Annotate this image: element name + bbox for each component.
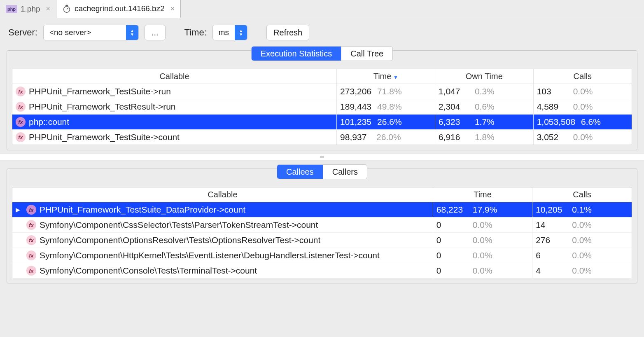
callable-name: PHPUnit_Framework_TestSuite->count: [29, 132, 180, 142]
own-time-value: 6,916: [439, 132, 469, 142]
file-tab-label: cachegrind.out.14166.bz2: [75, 4, 165, 13]
time-pct: 0.0%: [473, 220, 492, 230]
time-value: 0: [436, 250, 467, 260]
editor-tabs: php 1.php × cachegrind.out.14166.bz2 ×: [0, 0, 644, 18]
table-row[interactable]: fxSymfony\Component\OptionsResolver\Test…: [12, 233, 632, 248]
time-pct: 0.0%: [473, 235, 492, 245]
profiler-toolbar: Server: <no server> ▲▼ ... Time: ms ▲▼ R…: [0, 18, 644, 44]
callable-name: Symfony\Component\CssSelector\Tests\Pars…: [40, 220, 318, 230]
server-label: Server:: [8, 27, 37, 38]
close-icon[interactable]: ×: [46, 5, 51, 13]
col-time[interactable]: Time▼: [337, 69, 435, 84]
table-row[interactable]: ▶fxPHPUnit_Framework_TestSuite_DataProvi…: [12, 202, 632, 218]
calls-pct: 6.6%: [581, 117, 601, 127]
file-tab-cachegrind[interactable]: cachegrind.out.14166.bz2 ×: [56, 0, 181, 18]
refresh-button[interactable]: Refresh: [266, 25, 309, 40]
callable-name: PHPUnit_Framework_TestResult->run: [29, 102, 176, 112]
table-row[interactable]: fxSymfony\Component\CssSelector\Tests\Pa…: [12, 218, 632, 233]
calls-value: 4,589: [537, 102, 567, 112]
grip-icon: [320, 156, 324, 158]
php-file-icon: php: [6, 5, 17, 13]
own-time-pct: 1.7%: [475, 117, 495, 127]
table-row[interactable]: fxphp::count101,23526.6%6,3231.7%1,053,5…: [12, 115, 632, 130]
tab-call-tree[interactable]: Call Tree: [341, 47, 392, 61]
svg-rect-1: [65, 5, 68, 6]
calls-value: 10,205: [536, 205, 566, 215]
calls-pct: 0.1%: [572, 205, 592, 215]
col-calls[interactable]: Calls: [532, 187, 632, 202]
callable-name: PHPUnit_Framework_TestSuite_DataProvider…: [40, 205, 245, 215]
callable-name: PHPUnit_Framework_TestSuite->run: [29, 87, 171, 96]
file-tab-1php[interactable]: php 1.php ×: [0, 0, 56, 18]
time-pct: 49.8%: [377, 102, 402, 112]
calls-pct: 0.0%: [572, 250, 592, 260]
table-row[interactable]: fxPHPUnit_Framework_TestSuite->run273,20…: [12, 84, 632, 99]
expand-arrow-icon[interactable]: ▶: [16, 206, 23, 213]
own-time-pct: 0.3%: [475, 87, 495, 96]
callable-name: Symfony\Component\HttpKernel\Tests\Event…: [40, 250, 380, 260]
tab-execution-statistics[interactable]: Execution Statistics: [252, 47, 341, 61]
calls-value: 103: [537, 87, 567, 96]
tab-label: Callers: [332, 167, 358, 177]
time-value: 273,206: [340, 87, 371, 96]
table-row[interactable]: fxSymfony\Component\HttpKernel\Tests\Eve…: [12, 248, 632, 263]
time-pct: 0.0%: [473, 266, 492, 276]
function-icon: fx: [16, 117, 26, 127]
time-pct: 26.6%: [377, 117, 402, 127]
callable-name: php::count: [29, 117, 69, 127]
col-calls[interactable]: Calls: [533, 69, 632, 84]
calls-pct: 0.0%: [572, 235, 592, 245]
function-icon: fx: [26, 205, 36, 215]
calls-value: 276: [536, 235, 566, 245]
table-row[interactable]: fxPHPUnit_Framework_TestSuite->count98,9…: [12, 130, 632, 145]
table-row[interactable]: fxSymfony\Component\Console\Tests\Termin…: [12, 263, 632, 278]
ellipsis-label: ...: [152, 28, 159, 37]
time-value: 0: [436, 220, 467, 230]
time-pct: 0.0%: [473, 250, 492, 260]
col-time[interactable]: Time: [433, 187, 532, 202]
tab-label: Execution Statistics: [261, 49, 332, 59]
time-value: 68,223: [436, 205, 467, 215]
server-select[interactable]: <no server> ▲▼: [43, 25, 139, 40]
table-header-row: Callable Time Calls: [12, 187, 632, 202]
own-time-value: 2,304: [439, 102, 469, 112]
col-callable[interactable]: Callable: [12, 187, 433, 202]
detail-tabs: Callees Callers: [277, 164, 367, 179]
stopwatch-icon: [62, 4, 71, 13]
time-unit-select[interactable]: ms ▲▼: [212, 25, 247, 40]
time-pct: 26.0%: [376, 132, 401, 142]
calls-pct: 0.0%: [573, 102, 593, 112]
callable-name: Symfony\Component\Console\Tests\Terminal…: [40, 266, 257, 276]
statistics-panel: Callable Time▼ Own Time Calls fxPHPUnit_…: [7, 50, 637, 150]
time-pct: 71.8%: [377, 87, 402, 96]
col-callable[interactable]: Callable: [12, 69, 337, 84]
calls-value: 3,052: [537, 132, 567, 142]
server-browse-button[interactable]: ...: [145, 25, 166, 40]
own-time-pct: 0.6%: [475, 102, 495, 112]
tab-callers[interactable]: Callers: [323, 165, 367, 179]
time-value: 0: [436, 266, 467, 276]
calls-value: 14: [536, 220, 566, 230]
time-value: 0: [436, 235, 467, 245]
stats-table: Callable Time▼ Own Time Calls fxPHPUnit_…: [12, 69, 632, 145]
own-time-pct: 1.8%: [475, 132, 495, 142]
time-pct: 17.9%: [473, 205, 497, 215]
table-row[interactable]: fxPHPUnit_Framework_TestResult->run189,4…: [12, 99, 632, 115]
function-icon: fx: [26, 266, 36, 276]
tab-callees[interactable]: Callees: [277, 165, 323, 179]
callees-panel: Callable Time Calls ▶fxPHPUnit_Framework…: [7, 168, 637, 283]
own-time-value: 1,047: [439, 87, 469, 96]
col-own-time[interactable]: Own Time: [435, 69, 533, 84]
function-icon: fx: [26, 250, 36, 260]
split-handle[interactable]: [0, 154, 644, 160]
time-value: 98,937: [340, 132, 371, 142]
close-icon[interactable]: ×: [170, 5, 175, 13]
calls-value: 1,053,508: [537, 117, 575, 127]
calls-pct: 0.0%: [573, 132, 593, 142]
function-icon: fx: [26, 235, 36, 245]
calls-value: 4: [536, 266, 566, 276]
time-unit-value: ms: [213, 28, 235, 37]
view-tabs: Execution Statistics Call Tree: [251, 46, 393, 61]
callable-name: Symfony\Component\OptionsResolver\Tests\…: [40, 235, 320, 245]
own-time-value: 6,323: [439, 117, 469, 127]
